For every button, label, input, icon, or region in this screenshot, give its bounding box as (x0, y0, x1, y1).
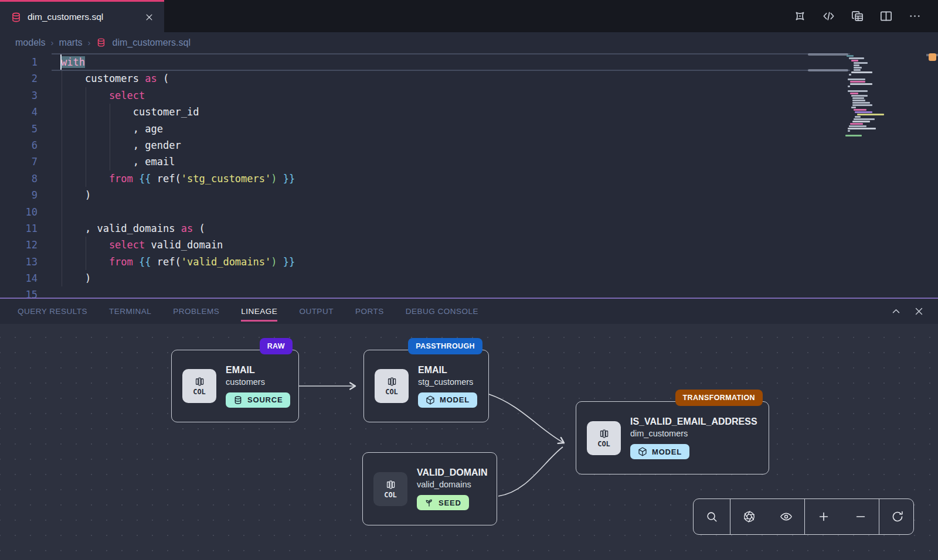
code-line (61, 204, 295, 220)
code-line: select (61, 87, 295, 104)
table-name: stg_customers (418, 377, 477, 387)
code-line: with (61, 54, 295, 70)
aperture-icon (743, 510, 756, 523)
lineage-node-dim_customers[interactable]: TRANSFORMATIONCOLIS_VALID_EMAIL_ADDRESSd… (576, 401, 769, 474)
cube-icon (638, 447, 647, 456)
aperture-button[interactable] (730, 499, 767, 534)
refresh-button[interactable] (879, 499, 914, 534)
node-type-badge-source: SOURCE (226, 392, 290, 408)
code-icon[interactable] (822, 9, 835, 23)
lineage-node-customers[interactable]: RAWCOLEMAILcustomersSOURCE (171, 350, 299, 422)
columns-icon (385, 479, 396, 490)
dbt-icon[interactable] (793, 9, 807, 23)
node-type-badge-seed: SEED (417, 495, 469, 510)
code-line: ) (61, 187, 295, 203)
edge-type-badge: PASSTHROUGH (408, 338, 482, 354)
editor-tab-bar: dim_customers.sql (0, 0, 938, 32)
code-content: with customers as ( select customer_id ,… (61, 54, 295, 298)
panel-tab-output[interactable]: OUTPUT (299, 303, 334, 319)
close-icon[interactable] (914, 306, 924, 316)
code-line: , valid_domains as ( (61, 220, 295, 237)
code-line: , gender (61, 137, 295, 153)
lineage-canvas[interactable]: RAWCOLEMAILcustomersSOURCEPASSTHROUGHCOL… (0, 324, 938, 560)
current-line-marker (808, 69, 848, 71)
panel-tab-lineage[interactable]: LINEAGE (241, 303, 277, 319)
code-line (61, 286, 295, 298)
column-name: EMAIL (226, 365, 290, 375)
database-icon (233, 395, 243, 405)
plus-button[interactable] (805, 499, 842, 534)
tab-title: dim_customers.sql (28, 12, 139, 22)
edge-valid_domains-to-dim_customers (498, 447, 563, 496)
chevron-up-icon[interactable] (891, 306, 901, 316)
edge-stg_customers-to-dim_customers (489, 394, 564, 443)
code-line: ) (61, 270, 295, 286)
lineage-node-stg_customers[interactable]: PASSTHROUGHCOLEMAILstg_customersMODEL (363, 350, 489, 422)
cube-icon (426, 395, 435, 405)
panel-tab-problems[interactable]: PROBLEMS (173, 303, 219, 319)
columns-icon (599, 428, 610, 439)
line-numbers: 123456789101112131415 (0, 54, 38, 298)
code-line: , email (61, 153, 295, 170)
database-icon (11, 12, 22, 23)
column-name: IS_VALID_EMAIL_ADDRESS (630, 416, 757, 427)
more-icon[interactable] (908, 9, 922, 23)
column-name: EMAIL (418, 365, 477, 375)
panel-tab-bar: QUERY RESULTSTERMINALPROBLEMSLINEAGEOUTP… (0, 298, 938, 324)
code-line: , age (61, 121, 295, 137)
seedling-icon (424, 498, 434, 507)
column-type-box: COL (587, 421, 621, 455)
scroll-decoration-marker (929, 53, 936, 61)
table-name: dim_customers (630, 429, 757, 438)
close-icon[interactable] (145, 13, 154, 22)
breadcrumb-separator: › (88, 37, 91, 47)
code-editor[interactable]: 123456789101112131415 with customers as … (0, 53, 938, 298)
column-type-box: COL (375, 369, 409, 403)
breadcrumb-separator: › (51, 37, 54, 47)
current-line-marker (808, 53, 848, 56)
editor-actions (793, 0, 938, 32)
columns-icon (386, 376, 397, 387)
copy-table-icon[interactable] (851, 9, 864, 23)
breadcrumb: models›marts›dim_customers.sql (0, 32, 938, 53)
plus-icon (817, 510, 830, 523)
breadcrumb-item-marts[interactable]: marts (59, 37, 83, 48)
panel-tab-ports[interactable]: PORTS (355, 303, 384, 319)
node-type-badge-model: MODEL (418, 392, 477, 408)
search-icon (705, 510, 718, 523)
table-name: customers (226, 377, 290, 387)
breadcrumb-item-models[interactable]: models (15, 37, 46, 48)
code-line: from {{ ref('valid_domains') }} (61, 254, 295, 270)
lineage-controls (693, 498, 914, 535)
refresh-icon (891, 510, 904, 523)
panel-tab-terminal[interactable]: TERMINAL (109, 303, 151, 319)
node-type-badge-model: MODEL (630, 444, 689, 459)
eye-icon (780, 510, 793, 523)
editor-tab-dim-customers[interactable]: dim_customers.sql (0, 0, 164, 32)
minimap[interactable] (845, 55, 899, 137)
table-name: valid_domains (417, 480, 488, 489)
database-icon (96, 37, 106, 47)
edge-type-badge: RAW (260, 338, 293, 354)
minus-icon (854, 510, 867, 523)
eye-button[interactable] (767, 499, 804, 534)
edge-type-badge: TRANSFORMATION (675, 390, 763, 406)
code-line: from {{ ref('stg_customers') }} (61, 170, 295, 187)
panel-tab-debug-console[interactable]: DEBUG CONSOLE (406, 303, 478, 319)
breadcrumb-item-dim_customers-sql[interactable]: dim_customers.sql (96, 37, 191, 48)
split-editor-icon[interactable] (879, 9, 893, 23)
overview-ruler[interactable] (926, 53, 938, 298)
code-line: select valid_domain (61, 237, 295, 253)
search-button[interactable] (694, 499, 730, 534)
columns-icon (194, 376, 205, 387)
code-line: customer_id (61, 104, 295, 120)
app-window: dim_customers.sql models›marts›dim_custo… (0, 0, 938, 560)
lineage-node-valid_domains[interactable]: COLVALID_DOMAINvalid_domainsSEED (362, 452, 497, 525)
column-type-box: COL (182, 369, 216, 403)
code-line: customers as ( (61, 70, 295, 87)
minus-button[interactable] (842, 499, 879, 534)
text-cursor (60, 54, 62, 70)
column-name: VALID_DOMAIN (417, 467, 488, 478)
column-type-box: COL (373, 472, 407, 506)
panel-tab-query-results[interactable]: QUERY RESULTS (18, 303, 87, 319)
